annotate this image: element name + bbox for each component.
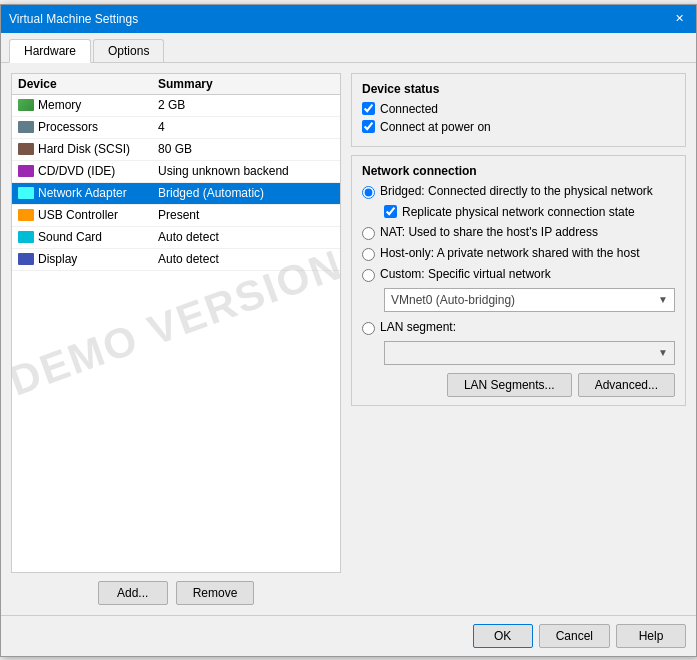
device-name: Processors: [38, 120, 98, 134]
nat-radio-row: NAT: Used to share the host's IP address: [362, 225, 675, 240]
network-connection-title: Network connection: [362, 164, 675, 178]
lan-dropdown-container: ▼: [384, 341, 675, 365]
main-content: Device Summary Memory 2 GB Processors: [1, 63, 696, 615]
chevron-down-icon: ▼: [658, 294, 668, 305]
tabs-bar: Hardware Options: [1, 33, 696, 63]
connect-power-label: Connect at power on: [380, 120, 491, 134]
hostonly-radio[interactable]: [362, 248, 375, 261]
network-icon: [18, 187, 34, 199]
table-row[interactable]: CD/DVD (IDE) Using unknown backend: [12, 161, 340, 183]
device-name: Network Adapter: [38, 186, 127, 200]
bridged-label: Bridged: Connected directly to the physi…: [380, 184, 653, 198]
table-row[interactable]: USB Controller Present: [12, 205, 340, 227]
left-panel-buttons: Add... Remove: [11, 581, 341, 605]
help-button[interactable]: Help: [616, 624, 686, 648]
close-button[interactable]: ✕: [670, 11, 688, 27]
bridged-radio[interactable]: [362, 186, 375, 199]
lan-segments-button[interactable]: LAN Segments...: [447, 373, 572, 397]
device-summary: 4: [158, 120, 334, 134]
device-summary: Bridged (Automatic): [158, 186, 334, 200]
main-window: Virtual Machine Settings ✕ Hardware Opti…: [0, 4, 697, 657]
display-icon: [18, 253, 34, 265]
vmnet-dropdown-container: VMnet0 (Auto-bridging) ▼: [384, 288, 675, 312]
device-name: CD/DVD (IDE): [38, 164, 115, 178]
tab-options[interactable]: Options: [93, 39, 164, 62]
tab-hardware[interactable]: Hardware: [9, 39, 91, 63]
col-header-device: Device: [18, 77, 158, 91]
harddisk-icon: [18, 143, 34, 155]
left-panel: Device Summary Memory 2 GB Processors: [11, 73, 341, 605]
memory-icon: [18, 99, 34, 111]
table-row[interactable]: Hard Disk (SCSI) 80 GB: [12, 139, 340, 161]
chevron-down-icon: ▼: [658, 347, 668, 358]
custom-label: Custom: Specific virtual network: [380, 267, 551, 281]
network-action-buttons: LAN Segments... Advanced...: [362, 373, 675, 397]
bottom-bar: OK Cancel Help: [1, 615, 696, 656]
connect-power-checkbox[interactable]: [362, 120, 375, 133]
lan-dropdown[interactable]: ▼: [384, 341, 675, 365]
vmnet-dropdown[interactable]: VMnet0 (Auto-bridging) ▼: [384, 288, 675, 312]
device-name: Display: [38, 252, 77, 266]
table-row-selected[interactable]: Network Adapter Bridged (Automatic): [12, 183, 340, 205]
replicate-checkbox[interactable]: [384, 205, 397, 218]
lan-radio[interactable]: [362, 322, 375, 335]
replicate-label: Replicate physical network connection st…: [402, 205, 635, 219]
cancel-button[interactable]: Cancel: [539, 624, 610, 648]
device-name: Hard Disk (SCSI): [38, 142, 130, 156]
device-name: USB Controller: [38, 208, 118, 222]
processor-icon: [18, 121, 34, 133]
usb-icon: [18, 209, 34, 221]
lan-label: LAN segment:: [380, 320, 456, 334]
network-connection-group: Network connection Bridged: Connected di…: [351, 155, 686, 406]
connected-row: Connected: [362, 102, 675, 116]
device-summary: 80 GB: [158, 142, 334, 156]
vmnet-value: VMnet0 (Auto-bridging): [391, 293, 515, 307]
device-table-header: Device Summary: [12, 74, 340, 95]
device-name: Sound Card: [38, 230, 102, 244]
hostonly-radio-row: Host-only: A private network shared with…: [362, 246, 675, 261]
custom-radio-row: Custom: Specific virtual network: [362, 267, 675, 282]
table-row[interactable]: Sound Card Auto detect: [12, 227, 340, 249]
advanced-button[interactable]: Advanced...: [578, 373, 675, 397]
window-title: Virtual Machine Settings: [9, 12, 138, 26]
right-panel: Device status Connected Connect at power…: [351, 73, 686, 605]
connected-label: Connected: [380, 102, 438, 116]
device-summary: Auto detect: [158, 252, 334, 266]
add-button[interactable]: Add...: [98, 581, 168, 605]
connected-checkbox[interactable]: [362, 102, 375, 115]
device-name: Memory: [38, 98, 81, 112]
connect-power-row: Connect at power on: [362, 120, 675, 134]
device-summary: Present: [158, 208, 334, 222]
device-status-group: Device status Connected Connect at power…: [351, 73, 686, 147]
cdrom-icon: [18, 165, 34, 177]
table-row[interactable]: Display Auto detect: [12, 249, 340, 271]
device-summary: Using unknown backend: [158, 164, 334, 178]
lan-radio-row: LAN segment:: [362, 320, 675, 335]
nat-radio[interactable]: [362, 227, 375, 240]
ok-button[interactable]: OK: [473, 624, 533, 648]
device-summary: 2 GB: [158, 98, 334, 112]
table-row[interactable]: Processors 4: [12, 117, 340, 139]
col-header-summary: Summary: [158, 77, 334, 91]
custom-radio[interactable]: [362, 269, 375, 282]
device-status-title: Device status: [362, 82, 675, 96]
sound-icon: [18, 231, 34, 243]
device-table: Device Summary Memory 2 GB Processors: [11, 73, 341, 573]
table-row[interactable]: Memory 2 GB: [12, 95, 340, 117]
bridged-radio-row: Bridged: Connected directly to the physi…: [362, 184, 675, 199]
hostonly-label: Host-only: A private network shared with…: [380, 246, 639, 260]
replicate-row: Replicate physical network connection st…: [384, 205, 675, 219]
remove-button[interactable]: Remove: [176, 581, 255, 605]
device-summary: Auto detect: [158, 230, 334, 244]
title-bar-buttons: ✕: [670, 11, 688, 27]
nat-label: NAT: Used to share the host's IP address: [380, 225, 598, 239]
title-bar: Virtual Machine Settings ✕: [1, 5, 696, 33]
